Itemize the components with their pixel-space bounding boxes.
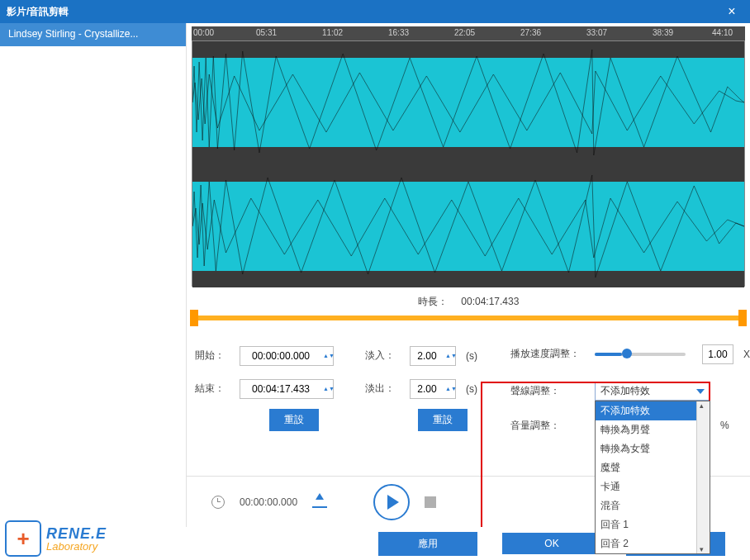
trim-handle-left[interactable] [190,310,198,326]
fadein-input[interactable]: ▲▼ [410,346,456,366]
dropdown-scrollbar[interactable] [696,401,710,553]
logo-icon: + [5,520,41,557]
svg-rect-3 [192,182,744,271]
voice-option[interactable]: 不添加特效 [596,401,710,420]
voice-option[interactable]: 魔聲 [596,458,710,477]
play-button[interactable] [373,484,410,520]
voice-option[interactable]: 回音 2 [596,534,710,553]
speed-label: 播放速度調整： [510,347,586,361]
duration-label: 時長： [418,296,448,307]
end-time-input[interactable]: ▲▼ [240,379,334,399]
reset-time-button[interactable]: 重設 [269,409,319,431]
voice-effect-dropdown: 不添加特效 轉換為男聲 轉換為女聲 魔聲 卡通 混音 回音 1 回音 2 [595,401,710,554]
voice-option[interactable]: 轉換為男聲 [596,420,710,439]
start-label: 開始： [195,349,231,363]
clock-icon [211,496,225,509]
trim-timeline: 時長： 00:04:17.433 [192,295,745,328]
brand-logo: + RENE.E Laboratory [5,520,107,557]
speed-slider[interactable] [595,353,686,356]
waveform-display[interactable] [192,40,745,287]
voice-option[interactable]: 卡通 [596,477,710,496]
sidebar: Lindsey Stirling - Crystallize... [0,23,187,560]
duration-value: 00:04:17.433 [461,296,519,307]
ok-button[interactable]: OK [502,533,601,554]
window-title: 影片/音訊剪輯 [7,5,720,19]
start-time-input[interactable]: ▲▼ [240,346,334,366]
svg-rect-1 [192,58,744,147]
spinner-arrows[interactable]: ▲▼ [321,351,333,360]
stop-button[interactable] [425,496,436,508]
playback-time: 00:00:00.000 [240,496,297,508]
voice-option[interactable]: 混音 [596,496,710,515]
speed-input[interactable] [702,344,733,364]
close-icon[interactable]: × [720,4,743,19]
titlebar: 影片/音訊剪輯 × [0,0,750,23]
fadeout-input[interactable]: ▲▼ [410,379,456,399]
voice-effect-select[interactable]: 不添加特效 [595,382,710,401]
time-ruler[interactable]: 00:00 05:31 11:02 16:33 22:05 27:36 33:0… [192,26,745,40]
end-label: 結束： [195,382,231,396]
reset-fade-button[interactable]: 重設 [418,409,468,431]
trim-handle-right[interactable] [738,310,747,326]
voice-option[interactable]: 回音 1 [596,515,710,534]
volume-label: 音量調整： [510,419,586,433]
sidebar-item-track[interactable]: Lindsey Stirling - Crystallize... [0,23,186,46]
voice-option[interactable]: 轉換為女聲 [596,439,710,458]
fadein-label: 淡入： [365,349,401,363]
chevron-down-icon [696,389,705,394]
voice-label: 聲線調整： [510,384,586,398]
trim-track[interactable] [192,316,745,320]
apply-button[interactable]: 應用 [378,532,477,556]
fadeout-label: 淡出： [365,382,401,396]
export-icon[interactable] [312,496,327,508]
main-panel: 00:00 05:31 11:02 16:33 22:05 27:36 33:0… [187,23,750,527]
